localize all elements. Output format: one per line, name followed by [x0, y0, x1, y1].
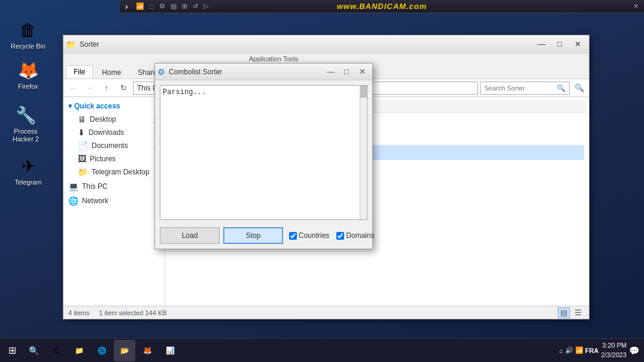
- clock-time: 3:20 PM: [601, 341, 627, 350]
- taskbar-app[interactable]: 📊: [159, 340, 181, 361]
- dialog-minimize-button[interactable]: —: [323, 66, 339, 78]
- tab-home[interactable]: Home: [94, 66, 129, 79]
- sidebar-item-telegram-desktop[interactable]: 📁 Telegram Desktop: [63, 165, 165, 179]
- desktop-icon-telegram[interactable]: ✈ Telegram: [7, 153, 49, 189]
- desktop-icon-process-hacker[interactable]: 🔧 Process Hacker 2: [5, 102, 47, 146]
- sidebar-item-pictures[interactable]: 🖼 Pictures: [63, 152, 165, 165]
- sidebar-item-this-pc[interactable]: 💻 This PC: [63, 180, 165, 193]
- bandicam-icon-1[interactable]: ⏵: [122, 2, 132, 11]
- bandicam-icon-7[interactable]: ↺: [191, 2, 200, 11]
- checkbox-group: Countries Domains: [289, 231, 375, 240]
- taskbar-edge[interactable]: 🌐: [91, 340, 113, 361]
- taskbar-explorer2[interactable]: 📂: [114, 340, 135, 361]
- details-view-button[interactable]: ▤: [558, 307, 570, 318]
- bandicam-icon-6[interactable]: ⊞: [180, 2, 189, 11]
- dialog-body: [155, 80, 372, 225]
- app-tools-label: Application Tools: [249, 55, 298, 62]
- stop-button[interactable]: Stop: [223, 227, 283, 244]
- combolist-sorter-dialog: ⚙ Combolist Sorter — □ ✕ Loa: [154, 63, 373, 249]
- scrollbar-thumb: [360, 86, 367, 98]
- sidebar-section-this-pc: 💻 This PC: [63, 180, 165, 193]
- this-pc-icon: 💻: [68, 182, 78, 191]
- taskbar-search-button[interactable]: 🔍: [24, 339, 43, 363]
- up-button[interactable]: ↑: [99, 81, 114, 95]
- dialog-scrollbar[interactable]: [360, 86, 367, 219]
- explorer-title: Sorter: [80, 40, 533, 49]
- process-hacker-icon: 🔧: [15, 104, 37, 126]
- sidebar-section-network: 🌐 Network: [63, 194, 165, 207]
- search-input[interactable]: [484, 85, 554, 92]
- domains-checkbox-label[interactable]: Domains: [336, 231, 374, 240]
- taskbar-file-explorer[interactable]: 📁: [68, 340, 90, 361]
- telegram-icon: ✈: [17, 155, 39, 177]
- bandicam-icon-5[interactable]: ▤: [169, 2, 178, 11]
- sidebar-item-desktop[interactable]: 🖥 Desktop 📌: [63, 113, 165, 126]
- quick-access-header[interactable]: ▾ Quick access: [63, 99, 165, 113]
- search-box[interactable]: 🔍: [480, 82, 570, 95]
- sidebar-desktop-label: Desktop: [90, 115, 116, 123]
- tray-time[interactable]: 3:20 PM 2/3/2023: [601, 341, 627, 360]
- sidebar-this-pc-label: This PC: [82, 182, 108, 191]
- desktop-icon-recycle-bin[interactable]: 🗑 Recycle Bin: [7, 17, 49, 53]
- start-button[interactable]: ⊞: [0, 339, 24, 363]
- domains-checkbox-text: Domains: [346, 231, 374, 240]
- title-bar-controls: — □ ✕: [533, 38, 587, 50]
- minimize-button[interactable]: —: [533, 38, 551, 50]
- selected-info: 1 item selected 144 KB: [99, 309, 166, 316]
- dialog-title-bar: ⚙ Combolist Sorter — □ ✕: [155, 64, 372, 80]
- documents-folder-icon: 📄: [78, 141, 88, 150]
- desktop-folder-icon: 🖥: [78, 114, 86, 124]
- close-button[interactable]: ✕: [569, 38, 587, 50]
- dialog-maximize-button[interactable]: □: [339, 66, 354, 78]
- sidebar-documents-label: Documents: [92, 141, 128, 150]
- dialog-controls: — □ ✕: [323, 66, 370, 78]
- countries-checkbox-text: Countries: [299, 231, 329, 240]
- maximize-button[interactable]: □: [551, 38, 569, 50]
- load-button[interactable]: Load: [160, 227, 220, 244]
- bandicam-logo: www.BANDICAM.com: [337, 2, 427, 11]
- sidebar-item-downloads[interactable]: ⬇ Downloads 📌: [63, 126, 165, 139]
- pictures-folder-icon: 🖼: [78, 154, 86, 164]
- sidebar-item-documents[interactable]: 📄 Documents 📌: [63, 139, 165, 152]
- search-button[interactable]: 🔍: [572, 81, 587, 95]
- taskbar-task-view[interactable]: ⊡: [45, 340, 67, 361]
- countries-checkbox[interactable]: [289, 232, 297, 240]
- dialog-footer: Load Stop Countries Domains: [155, 225, 372, 249]
- items-count: 4 items: [68, 309, 89, 316]
- sidebar-section-quick-access: ▾ Quick access 🖥 Desktop 📌 ⬇ Downloads 📌: [63, 99, 165, 179]
- recycle-bin-label: Recycle Bin: [11, 43, 45, 50]
- dialog-output-textarea[interactable]: [160, 86, 359, 218]
- refresh-button[interactable]: ↻: [116, 81, 130, 95]
- list-view-button[interactable]: ☰: [572, 307, 584, 318]
- downloads-folder-icon: ⬇: [78, 128, 85, 137]
- clock-date: 2/3/2023: [601, 351, 627, 360]
- bandicam-icon-4[interactable]: ⚙: [157, 2, 167, 11]
- countries-checkbox-label[interactable]: Countries: [289, 231, 329, 240]
- dialog-title-icon: ⚙: [157, 67, 165, 77]
- tab-file[interactable]: File: [66, 65, 93, 79]
- back-button[interactable]: ←: [66, 81, 80, 95]
- taskbar-tray: ⌂ 🔊 📶 FRA 3:20 PM 2/3/2023 💬: [559, 341, 644, 360]
- domains-checkbox[interactable]: [336, 232, 344, 240]
- tray-lang: FRA: [585, 347, 599, 354]
- sidebar-item-network[interactable]: 🌐 Network: [63, 194, 165, 207]
- tray-icons: ⌂ 🔊 📶 FRA: [559, 346, 599, 354]
- notification-icon[interactable]: 💬: [629, 346, 639, 355]
- bandicam-icon-8[interactable]: ▷: [202, 2, 210, 11]
- quick-access-expand-icon: ▾: [68, 102, 72, 110]
- quick-access-label: Quick access: [74, 102, 120, 110]
- explorer-title-icon: 📁: [66, 40, 76, 49]
- bandicam-icon-2[interactable]: 📶: [134, 2, 146, 11]
- desktop-icon-firefox[interactable]: 🦊 Firefox: [7, 57, 49, 93]
- taskbar-apps: ⊡ 📁 🌐 📂 🦊 📊: [43, 340, 183, 361]
- forward-button[interactable]: →: [83, 81, 97, 95]
- sidebar-downloads-label: Downloads: [89, 128, 124, 137]
- taskbar-firefox[interactable]: 🦊: [136, 340, 158, 361]
- dialog-title-text: Combolist Sorter: [169, 68, 323, 76]
- dialog-close-button[interactable]: ✕: [354, 66, 370, 78]
- bandicam-close-icon[interactable]: ✕: [630, 2, 642, 11]
- desktop: ⏵ 📶 □ ⚙ ▤ ⊞ ↺ ▷ www.BANDICAM.com ✕ 🗑 Rec…: [0, 0, 644, 362]
- sidebar-pictures-label: Pictures: [90, 155, 116, 163]
- sidebar-network-label: Network: [82, 197, 108, 205]
- bandicam-icon-3[interactable]: □: [148, 2, 156, 11]
